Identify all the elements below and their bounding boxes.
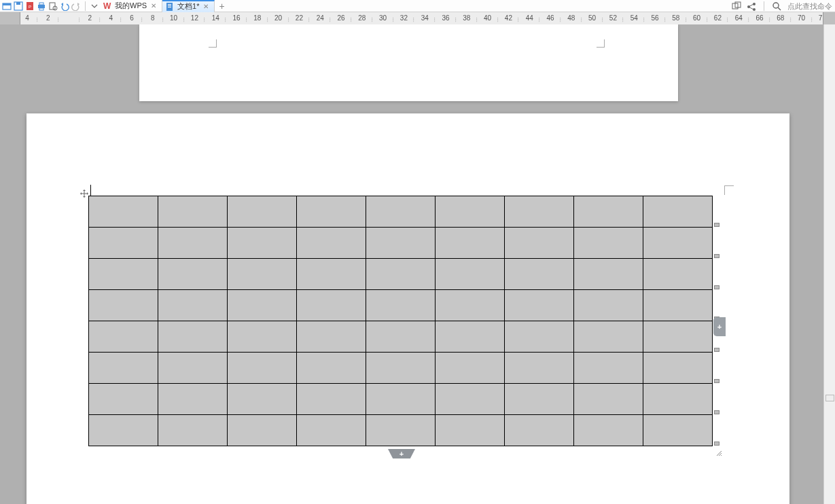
print-preview-icon[interactable]: [48, 1, 58, 12]
table-cell[interactable]: [436, 321, 505, 353]
redo-icon[interactable]: [71, 1, 82, 12]
tab-home-wps[interactable]: W 我的WPS ✕: [100, 0, 162, 12]
add-row-button[interactable]: +: [388, 449, 415, 458]
table-cell[interactable]: [366, 321, 436, 353]
table-cell[interactable]: [228, 259, 297, 290]
table-cell[interactable]: [643, 384, 713, 415]
document-page[interactable]: + +: [26, 113, 789, 504]
selected-table[interactable]: [88, 196, 713, 446]
table-cell[interactable]: [228, 353, 297, 384]
table-cell[interactable]: [505, 321, 574, 353]
table-cell[interactable]: [228, 290, 297, 321]
table-cell[interactable]: [228, 384, 297, 415]
table-cell[interactable]: [228, 196, 297, 228]
print-icon[interactable]: [36, 1, 47, 12]
table-cell[interactable]: [643, 353, 713, 384]
horizontal-ruler[interactable]: 4┆2┆┆2┆4┆6┆8┆10┆12┆14┆16┆18┆20┆22┆24┆26┆…: [20, 12, 823, 24]
table-cell[interactable]: [366, 384, 436, 415]
table-row[interactable]: [89, 259, 713, 290]
qat-dropdown-icon[interactable]: [89, 1, 100, 12]
pdf-icon[interactable]: P: [24, 1, 35, 12]
table-cell[interactable]: [158, 196, 228, 228]
table-cell[interactable]: [436, 196, 505, 228]
table-cell[interactable]: [366, 259, 436, 290]
search-command-hint[interactable]: 点此查找命令: [787, 1, 832, 12]
table-cell[interactable]: [158, 290, 228, 321]
table-cell[interactable]: [643, 415, 713, 446]
table-cell[interactable]: [436, 415, 505, 446]
close-icon[interactable]: ✕: [151, 2, 156, 10]
previous-page-bottom[interactable]: [139, 24, 678, 101]
table-cell[interactable]: [505, 290, 574, 321]
table-cell[interactable]: [366, 290, 436, 321]
save-icon[interactable]: [13, 1, 24, 12]
undo-icon[interactable]: [59, 1, 70, 12]
table-cell[interactable]: [89, 228, 158, 259]
table-row[interactable]: [89, 290, 713, 321]
table-cell[interactable]: [574, 384, 643, 415]
table-cell[interactable]: [297, 353, 366, 384]
vertical-scrollbar[interactable]: [823, 24, 835, 504]
table-cell[interactable]: [505, 384, 574, 415]
table-cell[interactable]: [643, 196, 713, 228]
table-cell[interactable]: [228, 321, 297, 353]
document-workspace[interactable]: + +: [0, 24, 835, 504]
table-resize-handle-icon[interactable]: [715, 450, 722, 456]
table-cell[interactable]: [89, 196, 158, 228]
table-cell[interactable]: [89, 415, 158, 446]
open-icon[interactable]: [1, 1, 12, 12]
table-cell[interactable]: [574, 321, 643, 353]
table-cell[interactable]: [436, 384, 505, 415]
table-cell[interactable]: [297, 290, 366, 321]
table-cell[interactable]: [228, 228, 297, 259]
table-cell[interactable]: [574, 290, 643, 321]
table-cell[interactable]: [366, 196, 436, 228]
table-cell[interactable]: [89, 259, 158, 290]
table-cell[interactable]: [158, 415, 228, 446]
table-row[interactable]: [89, 196, 713, 228]
table-cell[interactable]: [505, 196, 574, 228]
table-cell[interactable]: [436, 228, 505, 259]
new-tab-button[interactable]: +: [215, 1, 228, 12]
table-cell[interactable]: [643, 259, 713, 290]
table-row[interactable]: [89, 228, 713, 259]
table-row[interactable]: [89, 321, 713, 353]
table-cell[interactable]: [366, 353, 436, 384]
table-cell[interactable]: [574, 228, 643, 259]
table-cell[interactable]: [366, 228, 436, 259]
table-row[interactable]: [89, 353, 713, 384]
table-cell[interactable]: [436, 259, 505, 290]
window-switch-icon[interactable]: [731, 1, 742, 12]
table-cell[interactable]: [158, 321, 228, 353]
table-cell[interactable]: [297, 321, 366, 353]
table-cell[interactable]: [505, 228, 574, 259]
table-cell[interactable]: [89, 353, 158, 384]
table-cell[interactable]: [574, 353, 643, 384]
close-icon[interactable]: ✕: [203, 3, 209, 10]
table-cell[interactable]: [505, 259, 574, 290]
table-cell[interactable]: [643, 228, 713, 259]
share-icon[interactable]: [746, 1, 757, 12]
table-cell[interactable]: [505, 353, 574, 384]
table-cell[interactable]: [297, 196, 366, 228]
table-cell[interactable]: [574, 196, 643, 228]
table-cell[interactable]: [297, 415, 366, 446]
table-cell[interactable]: [89, 384, 158, 415]
table-cell[interactable]: [158, 228, 228, 259]
table-row[interactable]: [89, 384, 713, 415]
table-cell[interactable]: [158, 259, 228, 290]
table-cell[interactable]: [505, 415, 574, 446]
table-cell[interactable]: [574, 259, 643, 290]
table-cell[interactable]: [297, 228, 366, 259]
search-icon[interactable]: [771, 1, 782, 12]
table-cell[interactable]: [436, 353, 505, 384]
table-cell[interactable]: [297, 259, 366, 290]
table-cell[interactable]: [89, 321, 158, 353]
table-cell[interactable]: [158, 353, 228, 384]
table-cell[interactable]: [436, 290, 505, 321]
table-cell[interactable]: [366, 415, 436, 446]
add-column-button[interactable]: +: [713, 317, 726, 336]
tab-document-1[interactable]: 文档1* ✕: [162, 0, 215, 12]
table-cell[interactable]: [643, 321, 713, 353]
table-cell[interactable]: [643, 290, 713, 321]
